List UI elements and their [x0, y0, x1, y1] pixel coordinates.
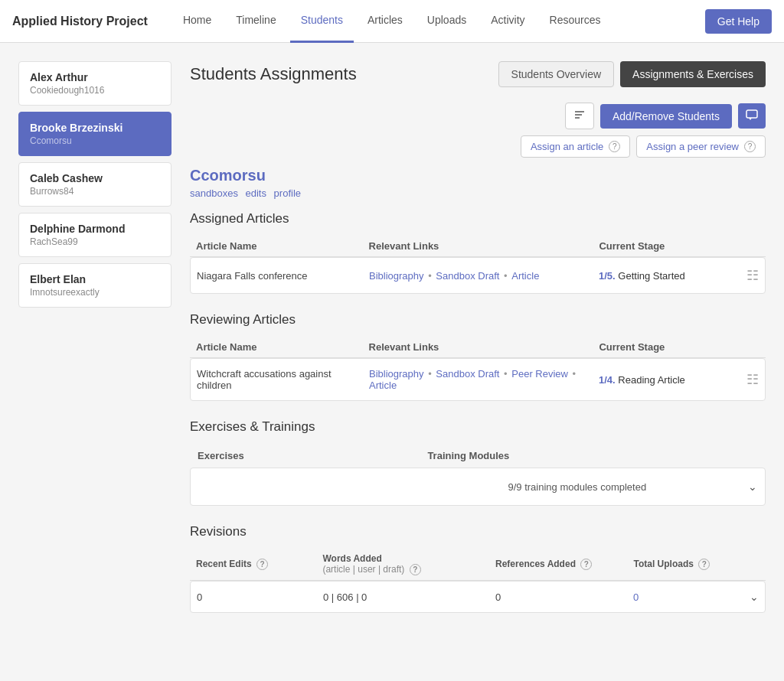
exercises-title: Exercises & Trainings: [190, 419, 766, 435]
assign-peer-info-icon[interactable]: ?: [744, 141, 756, 152]
student-item-alex[interactable]: Alex Arthur Cookiedough1016: [18, 61, 172, 106]
references-info-icon[interactable]: ?: [580, 559, 592, 570]
revisions-title: Revisions: [190, 524, 766, 539]
svg-rect-3: [746, 110, 757, 118]
col-current-stage: Current Stage: [593, 236, 766, 257]
student-name: Alex Arthur: [30, 71, 160, 83]
edits-link[interactable]: edits: [246, 187, 266, 199]
student-detail-name: Ccomorsu: [190, 167, 766, 184]
students-overview-button[interactable]: Students Overview: [498, 61, 615, 87]
get-help-button[interactable]: Get Help: [705, 9, 772, 34]
links-cell: Bibliography • Sandbox Draft • Peer Revi…: [363, 359, 593, 400]
uploads-link[interactable]: 0: [633, 591, 639, 603]
col-current-stage: Current Stage: [593, 337, 766, 358]
recent-edits-info-icon[interactable]: ?: [256, 559, 268, 570]
assignments-exercises-button[interactable]: Assignments & Exercises: [620, 61, 766, 87]
add-remove-students-button[interactable]: Add/Remove Students: [600, 104, 732, 129]
nav-resources[interactable]: Resources: [539, 0, 612, 43]
article-link[interactable]: Article: [369, 380, 397, 391]
uploads-info-icon[interactable]: ?: [698, 559, 710, 570]
student-username: Cookiedough1016: [30, 85, 160, 96]
revisions-chevron-cell: ⌄: [742, 582, 765, 612]
assigned-articles-section: Assigned Articles Article Name Relevant …: [190, 211, 766, 294]
nav-articles[interactable]: Articles: [357, 0, 413, 43]
assigned-article-row: Niagara Falls conference Bibliography • …: [190, 257, 766, 294]
table-row: 0 0 | 606 | 0 0 0 ⌄: [191, 582, 765, 612]
header-buttons: Students Overview Assignments & Exercise…: [498, 61, 766, 87]
sort-button[interactable]: [565, 103, 594, 129]
reviewing-articles-table: Article Name Relevant Links Current Stag…: [190, 337, 766, 358]
student-name: Delphine Darmond: [30, 223, 160, 235]
navbar: Applied History Project Home Timeline St…: [0, 0, 784, 43]
student-username: Imnotsureexactly: [30, 287, 160, 298]
article-link[interactable]: Article: [511, 270, 539, 282]
student-item-brooke[interactable]: Brooke Brzezinski Ccomorsu: [18, 112, 172, 156]
col-words-added: Words Added (article | user | draft) ?: [316, 549, 489, 581]
chevron-down-icon: ⌄: [748, 481, 757, 493]
revisions-data-row: 0 0 | 606 | 0 0 0 ⌄: [190, 581, 766, 613]
student-item-delphine[interactable]: Delphine Darmond RachSea99: [18, 213, 172, 257]
toolbar-row: Add/Remove Students: [190, 103, 766, 129]
assign-peer-label: Assign a peer review: [646, 141, 739, 152]
col-exercises: Exercises: [191, 445, 420, 466]
reviewing-articles-title: Reviewing Articles: [190, 312, 766, 327]
revisions-header-table: Recent Edits ? Words Added (article | us…: [190, 549, 766, 581]
student-name: Brooke Brzezinski: [30, 122, 160, 134]
student-username: Burrows84: [30, 186, 160, 197]
separator: •: [428, 270, 434, 282]
bibliography-link[interactable]: Bibliography: [369, 368, 424, 380]
col-article-name: Article Name: [190, 337, 363, 358]
exercises-chevron-cell: ⌄: [735, 470, 763, 503]
student-detail-header: Ccomorsu sandboxes edits profile: [190, 167, 766, 199]
assigned-articles-title: Assigned Articles: [190, 211, 766, 226]
sandboxes-link[interactable]: sandboxes: [190, 187, 238, 199]
student-name: Caleb Cashew: [30, 172, 160, 184]
assign-row: Assign an article ? Assign a peer review…: [190, 135, 766, 158]
student-item-caleb[interactable]: Caleb Cashew Burrows84: [18, 162, 172, 207]
reviewing-articles-section: Reviewing Articles Article Name Relevant…: [190, 312, 766, 401]
stage-number: 1/5.: [599, 270, 616, 282]
nav-timeline[interactable]: Timeline: [225, 0, 286, 43]
assign-article-label: Assign an article: [531, 141, 603, 152]
exercises-table: Exercises Training Modules: [190, 444, 766, 468]
col-recent-edits: Recent Edits ?: [190, 549, 316, 581]
assign-article-button[interactable]: Assign an article ?: [521, 135, 630, 158]
assign-peer-review-button[interactable]: Assign a peer review ?: [636, 135, 766, 158]
student-item-elbert[interactable]: Elbert Elan Imnotsureexactly: [18, 263, 172, 308]
nav-activity[interactable]: Activity: [480, 0, 535, 43]
col-relevant-links: Relevant Links: [363, 236, 593, 257]
message-icon: [746, 109, 758, 121]
page-title: Students Assignments: [190, 64, 357, 84]
references-value: 0: [489, 582, 627, 612]
col-relevant-links: Relevant Links: [363, 337, 593, 358]
uploads-value: 0: [627, 582, 742, 612]
peer-review-link[interactable]: Peer Review: [511, 368, 568, 380]
words-added-info-icon[interactable]: ?: [410, 564, 421, 575]
sandbox-draft-link[interactable]: Sandbox Draft: [436, 270, 499, 282]
revisions-section: Revisions Recent Edits ? Words Added (ar…: [190, 524, 766, 613]
article-name-cell: Witchcraft accusations against children: [191, 359, 363, 400]
document-icon: ☷: [746, 268, 759, 283]
revisions-header-row: Recent Edits ? Words Added (article | us…: [190, 549, 766, 581]
nav-students[interactable]: Students: [290, 0, 354, 43]
assigned-articles-table: Article Name Relevant Links Current Stag…: [190, 236, 766, 257]
separator: •: [504, 368, 510, 380]
nav-home[interactable]: Home: [172, 0, 222, 43]
student-username: Ccomorsu: [30, 135, 160, 146]
bibliography-link[interactable]: Bibliography: [369, 270, 424, 282]
col-uploads: Total Uploads ?: [628, 549, 766, 581]
reviewing-doc-icon-cell: ☷: [737, 359, 766, 400]
student-name: Elbert Elan: [30, 273, 160, 285]
assigned-articles-header-row: Article Name Relevant Links Current Stag…: [190, 236, 766, 257]
main-container: Alex Arthur Cookiedough1016 Brooke Brzez…: [0, 43, 784, 650]
nav-uploads[interactable]: Uploads: [416, 0, 477, 43]
reviewing-article-row: Witchcraft accusations against children …: [190, 358, 766, 401]
profile-link[interactable]: profile: [274, 187, 301, 199]
table-row: 9/9 training modules completed ⌄: [192, 470, 763, 503]
sandbox-draft-link[interactable]: Sandbox Draft: [436, 368, 499, 380]
message-button[interactable]: [738, 103, 766, 129]
nav-brand: Applied History Project: [12, 15, 148, 28]
document-icon: ☷: [746, 372, 759, 387]
exercises-row[interactable]: 9/9 training modules completed ⌄: [190, 468, 766, 506]
assign-article-info-icon[interactable]: ?: [609, 141, 620, 152]
